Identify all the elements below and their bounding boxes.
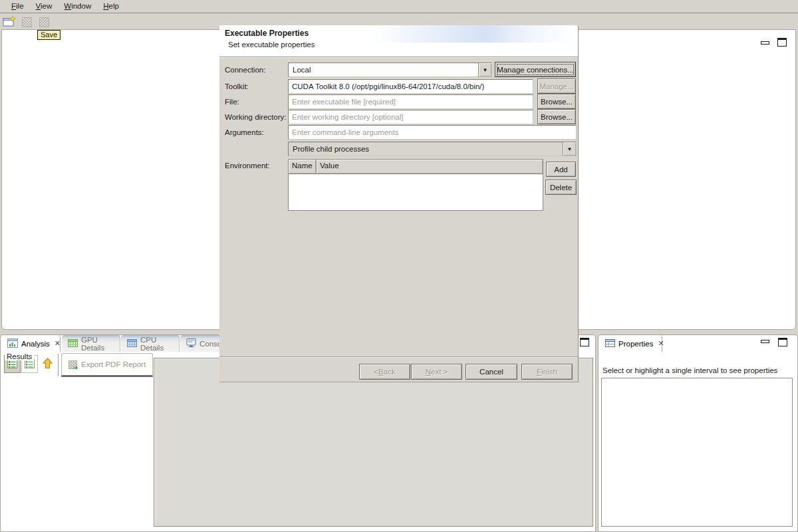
cpu-details-icon: [127, 339, 137, 348]
menu-help[interactable]: Help: [97, 1, 125, 12]
back-button[interactable]: < Back: [359, 364, 410, 380]
environment-table[interactable]: Name Value: [288, 159, 543, 211]
connection-label: Connection:: [225, 66, 265, 74]
maximize-editor-icon[interactable]: [777, 38, 787, 47]
chevron-down-icon[interactable]: ▼: [478, 63, 491, 76]
tab-analysis[interactable]: Analysis ✕: [1, 335, 61, 352]
gpu-details-icon: [68, 339, 78, 348]
up-arrow-icon: [42, 358, 53, 370]
save-tooltip: Save: [37, 30, 61, 40]
minimize-properties-icon[interactable]: [761, 340, 769, 343]
workdir-input[interactable]: [288, 110, 533, 124]
dialog-banner: Executable Properties Set executable pro…: [219, 25, 578, 57]
promote-analysis-button[interactable]: [39, 355, 56, 373]
maximize-properties-icon[interactable]: [778, 338, 787, 346]
new-session-button[interactable]: [2, 16, 17, 28]
save-button[interactable]: [19, 16, 34, 28]
export-pdf-icon: [68, 360, 77, 369]
connection-combo[interactable]: Local ▼: [288, 63, 492, 77]
results-group-label: Results: [5, 352, 34, 360]
file-label: File:: [225, 98, 239, 106]
tab-cpu-details-label: CPU Details: [140, 336, 173, 352]
toolbar-separator: [58, 354, 59, 376]
properties-icon: [605, 339, 615, 348]
environment-table-header: Name Value: [289, 160, 543, 174]
banner-gradient: [372, 25, 578, 43]
toolkit-input[interactable]: [288, 79, 533, 94]
banner-separator: [219, 57, 578, 57]
next-button[interactable]: Next >: [411, 364, 462, 380]
minimize-editor-icon[interactable]: [761, 41, 769, 45]
manage-toolkit-button[interactable]: Manage...: [537, 78, 576, 94]
add-env-button[interactable]: Add: [546, 162, 576, 177]
profile-mode-combo[interactable]: Profile child processes ▼: [288, 142, 577, 156]
save-as-button[interactable]: ,,,: [37, 16, 51, 28]
console-icon: [186, 338, 196, 348]
menu-file[interactable]: File: [5, 1, 30, 12]
export-pdf-button[interactable]: Export PDF Report: [61, 353, 153, 377]
delete-env-button[interactable]: Delete: [545, 180, 577, 195]
menu-window[interactable]: Window: [58, 1, 97, 12]
tab-gpu-details[interactable]: GPU Details: [62, 335, 120, 352]
menu-view[interactable]: View: [30, 1, 59, 12]
save-icon: [22, 17, 32, 27]
column-header-value[interactable]: Value: [317, 160, 543, 174]
tab-cpu-details[interactable]: CPU Details: [121, 335, 180, 352]
close-tab-icon[interactable]: ✕: [658, 339, 664, 348]
dialog-subtitle: Set executable properties: [228, 41, 315, 49]
tab-properties-label: Properties: [618, 340, 653, 348]
properties-panel: Properties ✕ Select or highlight a singl…: [598, 334, 798, 532]
environment-label: Environment:: [225, 162, 270, 170]
tab-gpu-details-label: GPU Details: [81, 336, 114, 352]
menu-bar: File View Window Help: [0, 0, 798, 13]
button-bar-separator: [219, 356, 578, 357]
dialog-title: Executable Properties: [225, 29, 309, 38]
maximize-analysis-icon[interactable]: [580, 338, 589, 346]
arguments-label: Arguments:: [225, 128, 264, 136]
profile-mode-value: Profile child processes: [289, 142, 563, 156]
browse-workdir-button[interactable]: Browse...: [537, 109, 576, 124]
close-tab-icon[interactable]: ✕: [55, 339, 61, 348]
cancel-button[interactable]: Cancel: [466, 364, 517, 380]
save-as-icon: [39, 17, 49, 27]
tab-properties[interactable]: Properties ✕: [599, 335, 662, 352]
manage-connections-button[interactable]: Manage connections...: [495, 62, 576, 77]
toolkit-label: Toolkit:: [225, 82, 249, 90]
analysis-icon: [7, 338, 18, 349]
properties-content: [601, 378, 793, 527]
browse-file-button[interactable]: Browse...: [537, 94, 576, 109]
executable-properties-dialog: Executable Properties Set executable pro…: [219, 25, 579, 382]
chevron-down-icon[interactable]: ▼: [563, 142, 576, 156]
arguments-input[interactable]: [288, 125, 577, 140]
new-window-icon: [3, 16, 16, 29]
properties-hint: Select or highlight a single interval to…: [602, 366, 777, 374]
results-group: [154, 358, 593, 527]
finish-button[interactable]: Finish: [521, 364, 573, 380]
file-input[interactable]: [288, 94, 533, 109]
column-header-name[interactable]: Name: [289, 160, 317, 174]
export-pdf-label: Export PDF Report: [81, 360, 146, 368]
workdir-label: Working directory:: [225, 113, 286, 121]
connection-combo-value: Local: [289, 63, 478, 76]
tab-analysis-label: Analysis: [21, 340, 50, 348]
